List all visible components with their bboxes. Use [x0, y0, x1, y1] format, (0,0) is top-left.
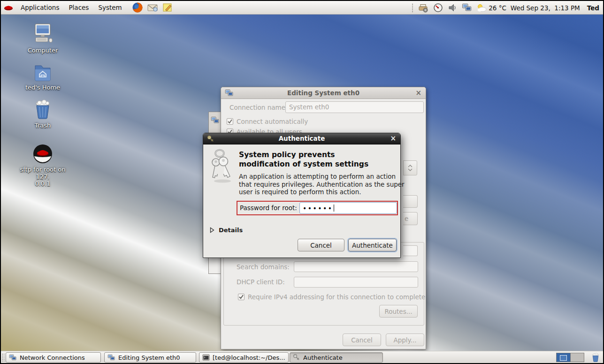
- panel-right-tray: 26 °C Wed Sep 23, 1:13 PM Ted: [412, 1, 599, 15]
- dhcp-client-id-label: DHCP client ID:: [237, 278, 285, 286]
- clock-applet[interactable]: Wed Sep 23, 1:13 PM: [511, 4, 580, 12]
- taskbar-button-label: Authenticate: [303, 354, 343, 361]
- mail-icon: [147, 2, 158, 13]
- network-connections-icon: [211, 116, 220, 125]
- details-label: Details: [219, 227, 243, 234]
- network-connections-icon: [9, 354, 17, 362]
- trash-icon: [32, 98, 54, 121]
- key-icon: [293, 354, 300, 361]
- password-dots: ••••••: [303, 205, 333, 212]
- connection-name-input: System eth0: [285, 101, 424, 113]
- auth-heading-line1: System policy prevents: [239, 150, 368, 159]
- redhat-sphere-icon: [32, 143, 54, 165]
- weather-temp: 26 °C: [489, 4, 506, 12]
- redhat-menu-icon[interactable]: [2, 1, 15, 14]
- menu-applications[interactable]: Applications: [16, 1, 64, 15]
- firefox-launcher[interactable]: [131, 1, 144, 14]
- authenticate-close-button[interactable]: ×: [390, 134, 396, 143]
- dhcp-client-id-input: [294, 277, 418, 288]
- checkmark-icon: [227, 119, 233, 124]
- password-row-highlight: Password for root: ••••••: [237, 201, 398, 215]
- eth0-close-button[interactable]: ×: [415, 89, 421, 97]
- panel-separator: [412, 3, 414, 13]
- desktop-icon-label: ted's Home: [16, 84, 69, 91]
- taskbar-button-network-connections[interactable]: Network Connections: [6, 352, 101, 363]
- combo-arrows-icon: [407, 164, 413, 172]
- password-input[interactable]: ••••••: [299, 202, 397, 214]
- keys-artwork-icon: [209, 148, 236, 184]
- auth-body-text: An application is attempting to perform …: [239, 173, 407, 196]
- search-domains-label: Search domains:: [237, 263, 290, 271]
- taskbar-button-terminal[interactable]: [ted@localhost:~/Des...: [199, 352, 289, 363]
- weather-applet[interactable]: 26 °C: [476, 3, 506, 13]
- trash-icon: [590, 352, 601, 363]
- system-monitor-gauge-icon[interactable]: [433, 3, 443, 13]
- details-expander[interactable]: Details: [210, 227, 243, 234]
- evolution-launcher[interactable]: [146, 1, 159, 14]
- text-cursor: [334, 205, 334, 212]
- search-domains-input: [294, 261, 418, 272]
- top-panel: Applications Places System: [1, 1, 603, 15]
- volume-icon[interactable]: [447, 3, 458, 13]
- auth-heading-line2: modification of system settings: [239, 159, 368, 169]
- redhat-logo-icon: [3, 2, 14, 13]
- connect-automatically-checkbox: [227, 118, 233, 125]
- auth-heading: System policy prevents modification of s…: [239, 150, 368, 169]
- partial-button-fragment: [403, 195, 418, 208]
- desktop-icon-trash[interactable]: Trash: [16, 98, 69, 129]
- screen: Applications Places System: [0, 0, 604, 364]
- authenticate-titlebar[interactable]: Authenticate ×: [203, 133, 400, 144]
- connection-name-label: Connection name:: [229, 104, 288, 111]
- terminal-icon: [202, 354, 210, 361]
- auth-cancel-button[interactable]: Cancel: [298, 239, 344, 251]
- eth0-window-title: Editing System eth0: [221, 89, 426, 97]
- desktop-icon-sftp-root[interactable]: sftp for root on 127. 0.0.1: [16, 143, 69, 187]
- taskbar-button-label: [ted@localhost:~/Des...: [213, 354, 285, 361]
- home-folder-icon: [32, 63, 54, 83]
- taskbar-button-editing-eth0[interactable]: Editing System eth0: [104, 352, 196, 363]
- computer-icon: [32, 23, 54, 46]
- authenticate-dialog: Authenticate × System policy prevents mo…: [203, 133, 401, 258]
- require-ipv4-checkbox: [238, 294, 245, 300]
- desktop-icon-label: Computer: [16, 47, 69, 54]
- network-connections-icon: [107, 354, 115, 362]
- print-settings-icon[interactable]: [418, 3, 428, 13]
- taskbar-trash-applet[interactable]: [590, 352, 601, 363]
- auth-authenticate-button[interactable]: Authenticate: [348, 239, 397, 251]
- desktop-icon-computer[interactable]: Computer: [16, 23, 69, 54]
- notes-launcher[interactable]: [161, 1, 174, 14]
- taskbar-grip-handle[interactable]: [2, 353, 5, 362]
- network-tray-icon[interactable]: [462, 3, 472, 13]
- desktop-icon-label: Trash: [16, 122, 69, 129]
- note-pencil-icon: [162, 2, 173, 13]
- authenticate-window-title: Authenticate: [203, 135, 400, 142]
- taskbar-button-label: Network Connections: [20, 354, 85, 361]
- weather-sun-cloud-icon: [476, 3, 487, 13]
- connect-automatically-label: Connect automatically: [237, 118, 308, 125]
- desktop-icon-label-line1: sftp for root on 127.: [16, 166, 69, 180]
- desktop-icon-home[interactable]: ted's Home: [16, 63, 69, 91]
- workspace-1[interactable]: [557, 353, 570, 362]
- menu-places[interactable]: Places: [64, 1, 93, 15]
- checkmark-icon: [238, 294, 244, 300]
- firefox-icon: [132, 2, 143, 13]
- menu-system[interactable]: System: [93, 1, 126, 15]
- desktop-icon-label-line2: 0.0.1: [16, 180, 69, 187]
- taskbar: Network Connections Editing System eth0 …: [1, 351, 603, 363]
- require-ipv4-label: Require IPv4 addressing for this connect…: [248, 293, 425, 301]
- routes-button: Routes...: [379, 305, 418, 318]
- partial-button-fragment: e: [403, 212, 418, 225]
- taskbar-button-label: Editing System eth0: [118, 354, 180, 361]
- expander-triangle-icon: [210, 227, 214, 233]
- taskbar-button-authenticate[interactable]: Authenticate: [290, 352, 383, 363]
- eth0-cancel-button: Cancel: [343, 334, 381, 346]
- password-for-root-label: Password for root:: [240, 204, 297, 212]
- workspace-switcher: [556, 353, 584, 362]
- workspace-2[interactable]: [570, 353, 584, 362]
- user-switcher[interactable]: Ted: [584, 4, 599, 12]
- eth0-titlebar[interactable]: Editing System eth0 ×: [221, 87, 426, 99]
- eth0-apply-button: Apply...: [386, 334, 424, 346]
